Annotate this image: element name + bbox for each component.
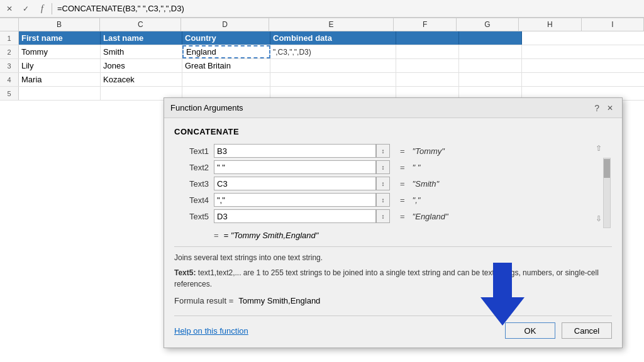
cell-c4[interactable]: Kozacek <box>101 73 182 86</box>
arg-value-text4: "," <box>413 195 421 205</box>
close-dialog-button[interactable]: ✕ <box>604 102 616 114</box>
arg-expand-text1[interactable]: ↕ <box>376 144 390 158</box>
cell-e1[interactable]: Combined data <box>270 31 396 45</box>
arg-input-text1[interactable] <box>214 144 376 158</box>
cell-d4[interactable] <box>182 73 270 86</box>
scroll-up-icon[interactable]: ⇧ <box>596 144 602 153</box>
cell-g2[interactable] <box>459 45 522 58</box>
cell-c1[interactable]: Last name <box>101 31 182 45</box>
col-header-i[interactable]: I <box>582 18 644 31</box>
row-4: 4 Maria Kozacek <box>0 73 644 87</box>
confirm-formula-button[interactable]: ✓ <box>19 2 33 16</box>
cell-d3[interactable]: Great Britain <box>182 59 270 72</box>
arg-label-text2: Text2 <box>174 163 209 172</box>
cell-b3[interactable]: Lily <box>19 59 101 72</box>
row-num-header <box>0 18 19 31</box>
arg-input-wrap-text3: ↕ <box>214 177 390 190</box>
param-text: text1,text2,... are 1 to 255 text string… <box>174 268 599 288</box>
dialog-footer: Help on this function OK Cancel <box>174 315 612 339</box>
arg-equals-text5: = <box>400 212 405 221</box>
overall-result-row: = = "Tommy Smith,England" <box>174 231 612 240</box>
formula-bar: ✕ ✓ f <box>0 0 644 18</box>
cell-f2[interactable] <box>396 45 459 58</box>
cell-c3[interactable]: Jones <box>101 59 182 72</box>
arg-label-text4: Text4 <box>174 195 209 205</box>
arg-input-wrap-text2: ↕ <box>214 160 390 174</box>
col-header-c[interactable]: C <box>100 18 181 31</box>
insert-function-button[interactable]: f <box>35 2 49 16</box>
cancel-formula-button[interactable]: ✕ <box>3 2 16 16</box>
formula-result-row: Formula result = Tommy Smith,England <box>174 296 612 305</box>
dialog-title-icons: ? ✕ <box>594 102 616 114</box>
formula-bar-divider <box>52 3 52 14</box>
arg-value-text1: "Tommy" <box>413 146 445 156</box>
col-header-e[interactable]: E <box>269 18 394 31</box>
row-num-4: 4 <box>0 73 19 86</box>
arg-input-wrap-text4: ↕ <box>214 193 390 207</box>
row-2: 2 Tommy Smith England ",C3,",",D3) <box>0 45 644 59</box>
cell-f1[interactable] <box>396 31 459 45</box>
col-header-g[interactable]: G <box>457 18 519 31</box>
scrollbar-thumb[interactable] <box>604 159 610 178</box>
param-label: Text5: <box>174 268 196 277</box>
cell-g4[interactable] <box>459 73 522 86</box>
arg-row-text2: Text2 ↕ = " " <box>174 160 612 174</box>
cell-b1[interactable]: First name <box>19 31 101 45</box>
arg-row-text3: Text3 ↕ = "Smith" <box>174 177 612 190</box>
arg-expand-text2[interactable]: ↕ <box>376 160 390 174</box>
cell-d2[interactable]: England <box>182 45 270 58</box>
arg-input-text2[interactable] <box>214 160 376 174</box>
help-icon[interactable]: ? <box>594 103 599 113</box>
scrollbar-track <box>603 158 611 228</box>
arg-row-text5: Text5 ↕ = "England" ⇩ <box>174 209 612 223</box>
col-header-b[interactable]: B <box>19 18 100 31</box>
description-param: Text5: text1,text2,... are 1 to 255 text… <box>174 267 612 290</box>
row-3: 3 Lily Jones Great Britain <box>0 59 644 73</box>
arg-equals-text2: = <box>400 163 405 172</box>
function-arguments-dialog: Function Arguments ? ✕ CONCATENATE Text1… <box>164 97 623 348</box>
column-headers: B C D E F G H I <box>0 18 644 31</box>
col-header-h[interactable]: H <box>519 18 581 31</box>
arg-equals-text4: = <box>400 195 405 205</box>
arg-expand-text3[interactable]: ↕ <box>376 177 390 190</box>
blue-down-arrow <box>480 263 525 326</box>
help-link[interactable]: Help on this function <box>174 326 499 336</box>
arg-equals-text1: = <box>400 146 405 156</box>
arg-value-text3: "Smith" <box>413 179 439 189</box>
arg-input-text5[interactable] <box>214 209 376 223</box>
arg-row-text1: Text1 ↕ = "Tommy" ⇧ <box>174 144 612 158</box>
row-num-2: 2 <box>0 45 19 58</box>
cell-f3[interactable] <box>396 59 459 72</box>
arg-input-text4[interactable] <box>214 193 376 207</box>
cell-f4[interactable] <box>396 73 459 86</box>
cell-e2[interactable]: ",C3,",",D3) <box>270 45 396 58</box>
cell-g1[interactable] <box>459 31 522 45</box>
formula-input[interactable] <box>55 2 641 16</box>
blue-arrow-container <box>480 263 525 327</box>
cell-g3[interactable] <box>459 59 522 72</box>
row-num-1: 1 <box>0 31 19 45</box>
arg-expand-text5[interactable]: ↕ <box>376 209 390 223</box>
description-main: Joins several text strings into one text… <box>174 253 612 262</box>
cancel-button[interactable]: Cancel <box>562 322 612 339</box>
args-scroll-area: Text1 ↕ = "Tommy" ⇧ Text2 ↕ <box>174 144 612 223</box>
cell-b4[interactable]: Maria <box>19 73 101 86</box>
col-header-f[interactable]: F <box>394 18 456 31</box>
grid-area: 1 First name Last name Country Combined … <box>0 31 644 101</box>
scroll-down-icon[interactable]: ⇩ <box>596 214 602 223</box>
arg-row-text4: Text4 ↕ = "," <box>174 193 612 207</box>
col-header-d[interactable]: D <box>181 18 269 31</box>
svg-marker-0 <box>480 263 525 326</box>
cell-d1[interactable]: Country <box>182 31 270 45</box>
cell-c2[interactable]: Smith <box>101 45 182 58</box>
arg-input-text3[interactable] <box>214 177 376 190</box>
arg-expand-text4[interactable]: ↕ <box>376 193 390 207</box>
arg-equals-text3: = <box>400 179 405 189</box>
formula-result-label: Formula result = <box>174 296 233 305</box>
arg-input-wrap-text5: ↕ <box>214 209 390 223</box>
arg-value-text5: "England" <box>413 212 448 221</box>
cell-b5[interactable] <box>19 87 101 100</box>
cell-e4[interactable] <box>270 73 396 86</box>
cell-b2[interactable]: Tommy <box>19 45 101 58</box>
cell-e3[interactable] <box>270 59 396 72</box>
